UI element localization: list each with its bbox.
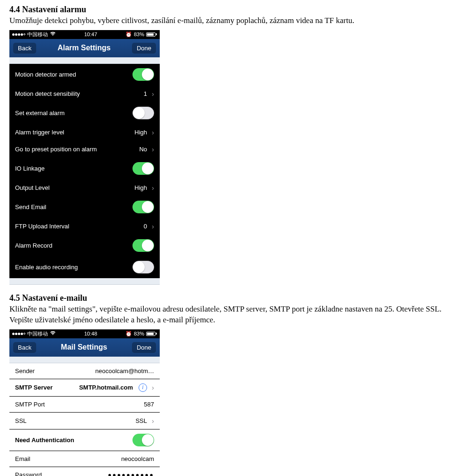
row-smtp-server[interactable]: SMTP Server SMTP.hotmail.com i › — [9, 379, 160, 397]
label-ext-alarm: Set external alarm — [15, 109, 65, 117]
nav-bar: Back Alarm Settings Done — [9, 39, 160, 57]
value-sender[interactable]: neocoolcam@hotm… — [95, 367, 154, 375]
label-ssl: SSL — [15, 417, 27, 424]
chevron-right-icon: › — [152, 222, 154, 230]
value-ftp: 0 — [144, 223, 147, 230]
row-email[interactable]: Email neocoolcam — [9, 451, 160, 467]
toggle-io[interactable] — [132, 162, 154, 175]
row-alarm-record[interactable]: Alarm Record — [9, 235, 160, 257]
label-smtp: SMTP Server — [15, 384, 53, 391]
section-heading-alarm: 4.4 Nastavení alarmu — [9, 5, 442, 15]
toggle-send-email[interactable] — [132, 201, 154, 213]
section-body-alarm: Umožňuje detekci pohybu, vybere citlivos… — [9, 16, 442, 26]
back-button[interactable]: Back — [13, 43, 36, 54]
screenshot-alarm-settings: 中国移动 10:47 ⏰ 83% Back Alarm Settings Don… — [9, 30, 160, 285]
row-smtp-port[interactable]: SMTP Port 587 — [9, 397, 160, 413]
chevron-right-icon: › — [152, 145, 154, 153]
label-preset: Go to preset position on alarm — [15, 146, 97, 153]
carrier-label: 中国移动 — [27, 330, 48, 337]
label-motion-sens: Motion detect sensibility — [15, 90, 80, 97]
row-need-auth[interactable]: Need Authentication — [9, 429, 160, 451]
value-port[interactable]: 587 — [144, 401, 154, 408]
sub-bar — [9, 57, 160, 64]
label-ftp: FTP Upload Interval — [15, 223, 69, 230]
toggle-motion-armed[interactable] — [132, 68, 154, 81]
value-smtp[interactable]: SMTP.hotmail.com — [79, 384, 133, 391]
carrier-label: 中国移动 — [27, 31, 48, 38]
chevron-right-icon: › — [152, 128, 154, 136]
value-output: High — [134, 184, 147, 191]
value-preset: No — [139, 146, 147, 153]
label-password: Password — [15, 471, 42, 476]
clock-label: 10:47 — [84, 31, 97, 37]
signal-dots-icon — [12, 333, 25, 335]
row-motion-sensibility[interactable]: Motion detect sensibility 1› — [9, 86, 160, 102]
section-heading-email: 4.5 Nastavení e-mailu — [9, 293, 442, 303]
value-trigger: High — [134, 129, 147, 136]
value-ssl: SSL — [135, 417, 147, 424]
label-motion-armed: Motion detector armed — [15, 71, 76, 78]
row-trigger-level[interactable]: Alarm trigger level High› — [9, 124, 160, 141]
battery-icon — [146, 332, 157, 336]
battery-percent: 83% — [134, 331, 144, 336]
row-send-email[interactable]: Send Email — [9, 196, 160, 218]
done-button[interactable]: Done — [132, 43, 156, 54]
chevron-right-icon: › — [152, 383, 154, 391]
row-external-alarm[interactable]: Set external alarm — [9, 102, 160, 124]
label-output: Output Level — [15, 184, 50, 191]
row-audio-recording[interactable]: Enable audio recording — [9, 257, 160, 278]
toggle-ext-alarm[interactable] — [132, 107, 154, 119]
toggle-audio[interactable] — [132, 261, 154, 273]
row-output-level[interactable]: Output Level High› — [9, 179, 160, 196]
label-port: SMTP Port — [15, 401, 45, 408]
wifi-icon — [50, 31, 56, 37]
nav-title: Alarm Settings — [57, 44, 110, 52]
clock-label: 10:48 — [84, 331, 97, 336]
row-sender[interactable]: Sender neocoolcam@hotm… — [9, 363, 160, 379]
nav-title: Mail Settings — [61, 343, 108, 351]
label-trigger: Alarm trigger level — [15, 129, 64, 136]
value-email[interactable]: neocoolcam — [121, 455, 154, 462]
row-ssl[interactable]: SSL SSL› — [9, 413, 160, 429]
label-record: Alarm Record — [15, 242, 52, 249]
done-button[interactable]: Done — [132, 342, 156, 353]
value-motion-sens: 1 — [144, 90, 147, 97]
label-email: Email — [15, 455, 31, 462]
row-ftp-interval[interactable]: FTP Upload Interval 0› — [9, 218, 160, 235]
label-auth: Need Authentication — [15, 437, 74, 444]
bottom-bar — [9, 278, 160, 285]
toggle-record[interactable] — [132, 239, 154, 252]
battery-percent: 83% — [134, 31, 144, 37]
label-io: IO Linkage — [15, 165, 45, 172]
row-io-linkage[interactable]: IO Linkage — [9, 158, 160, 179]
wifi-icon — [50, 331, 56, 336]
section-body-email: Klikněte na "mail settings", vepište e-m… — [9, 304, 442, 326]
alarm-clock-icon: ⏰ — [125, 31, 132, 38]
label-audio: Enable audio recording — [15, 264, 78, 271]
label-sender: Sender — [15, 367, 35, 375]
alarm-clock-icon: ⏰ — [125, 331, 132, 337]
back-button[interactable]: Back — [13, 342, 36, 353]
signal-dots-icon — [12, 33, 25, 36]
value-password[interactable]: ●●●●●●●●●● — [108, 471, 154, 476]
label-send-email: Send Email — [15, 203, 46, 211]
status-bar: 中国移动 10:47 ⏰ 83% — [9, 30, 160, 39]
status-bar: 中国移动 10:48 ⏰ 83% — [9, 329, 160, 338]
nav-bar: Back Mail Settings Done — [9, 338, 160, 357]
row-preset-position[interactable]: Go to preset position on alarm No› — [9, 141, 160, 158]
chevron-right-icon: › — [152, 417, 154, 425]
chevron-right-icon: › — [152, 90, 154, 98]
row-password[interactable]: Password ●●●●●●●●●● — [9, 467, 160, 476]
chevron-right-icon: › — [152, 184, 154, 192]
toggle-auth[interactable] — [132, 434, 154, 446]
screenshot-mail-settings: 中国移动 10:48 ⏰ 83% Back Mail Settings Done… — [9, 329, 160, 476]
row-motion-armed[interactable]: Motion detector armed — [9, 64, 160, 86]
sub-bar — [9, 357, 160, 363]
info-icon[interactable]: i — [139, 383, 147, 392]
battery-icon — [146, 32, 157, 37]
